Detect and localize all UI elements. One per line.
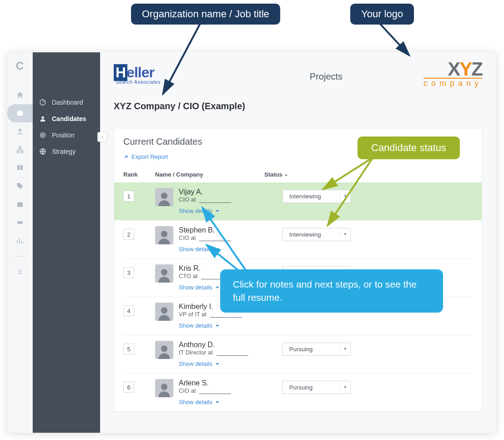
page-title: XYZ Company / CIO (Example) [114,101,482,111]
rank-badge: 2 [123,229,134,240]
svg-rect-11 [17,221,23,224]
sidebar-item-candidates[interactable]: Candidates [33,111,100,127]
rank-badge: 6 [123,382,134,393]
sidebar-item-dashboard[interactable]: Dashboard [33,94,100,111]
svg-rect-9 [21,151,23,153]
show-details-link[interactable]: Show details [179,399,220,405]
svg-point-14 [40,133,45,138]
user-circle-icon[interactable] [7,122,33,141]
sort-asc-icon [284,173,288,177]
person-icon [39,115,46,122]
chevron-down-icon [215,247,220,252]
briefcase-icon[interactable] [7,104,33,122]
calendar-icon[interactable] [7,195,33,213]
chart-icon[interactable] [7,232,33,250]
sidebar-label: Dashboard [52,99,83,106]
status-select[interactable]: Pursuing [282,343,351,356]
chevron-down-icon [215,285,220,290]
candidate-row: 5Anthony D.IT Director at Show details P… [123,335,473,373]
sidebar-label: Position [52,131,75,139]
collapse-sidebar-button[interactable]: ‹ [97,132,107,142]
candidate-title: IT Director at [179,349,282,356]
status-select[interactable]: Interviewing [282,190,351,203]
icon-sidebar: C [7,52,33,433]
svg-point-20 [161,308,167,314]
candidate-title: CIO at [179,234,282,241]
col-name[interactable]: Name / Company [155,171,264,178]
svg-point-17 [161,193,167,199]
col-rank[interactable]: Rank [123,171,155,178]
svg-line-1 [380,24,409,56]
show-details-link[interactable]: Show details [179,360,220,367]
main-content: Heller Search Associates Projects XYZ co… [100,52,496,433]
chevron-down-icon [215,400,220,405]
show-details-link[interactable]: Show details [179,246,220,253]
svg-point-13 [41,116,44,119]
show-details-link[interactable]: Show details [179,207,220,214]
candidate-row: 2Stephen B.CIO at Show details Interview… [123,220,473,258]
annotation-org-job: Organization name / Job title [131,4,280,25]
svg-point-22 [161,384,167,390]
candidate-name[interactable]: Stephen B. [179,226,282,234]
svg-point-6 [19,129,21,131]
home-icon[interactable] [7,86,33,104]
col-status[interactable]: Status [264,171,346,178]
org-tree-icon[interactable] [7,141,33,159]
avatar [155,303,173,321]
book-icon[interactable] [7,159,33,177]
sidebar-item-position[interactable]: Position [33,127,100,143]
avatar [155,264,173,283]
annotation-candidate-status: Candidate status [358,137,460,159]
expand-icon[interactable] [7,263,33,281]
svg-point-15 [42,134,44,136]
show-details-link[interactable]: Show details [179,322,220,329]
candidate-title: CIO at [179,387,282,394]
svg-point-19 [161,269,167,276]
rank-badge: 5 [123,344,134,354]
candidate-row: 6Arlene S.CIO at Show details Pursuing [123,373,473,411]
rank-badge: 3 [123,267,134,278]
card-icon[interactable] [7,213,33,232]
svg-rect-10 [17,202,23,207]
client-logo: XYZ company [423,61,482,88]
candidate-row: 1Vijay A.CIO at Show details Interviewin… [114,182,482,220]
app-window: C Dashboard Candidates Position Strategy [7,52,496,433]
table-header: Rank Name / Company Status [123,168,473,182]
breadcrumb: Projects [310,71,343,82]
svg-rect-7 [19,147,21,148]
chevron-down-icon [215,324,220,328]
avatar [155,188,173,206]
chevron-down-icon [215,362,220,366]
candidate-name[interactable]: Arlene S. [179,379,282,387]
export-report-link[interactable]: Export Report [123,153,168,160]
chevron-down-icon [215,209,220,213]
rank-badge: 4 [123,305,134,316]
candidate-name[interactable]: Anthony D. [179,341,282,349]
candidate-title: CIO at [179,196,282,203]
svg-point-18 [161,231,167,238]
brand-icon: C [16,60,24,72]
svg-rect-8 [17,151,19,153]
export-icon [123,154,129,160]
dashboard-icon [39,99,46,106]
sidebar-item-strategy[interactable]: Strategy [33,143,100,160]
show-details-link[interactable]: Show details [179,284,220,291]
status-select[interactable]: Pursuing [282,381,351,394]
annotation-your-logo: Your logo [350,4,414,25]
status-select[interactable]: Interviewing [282,228,351,241]
section-sidebar: Dashboard Candidates Position Strategy [33,52,100,433]
sidebar-label: Candidates [52,115,86,122]
globe-icon [39,148,46,155]
rank-badge: 1 [123,191,134,202]
target-icon [39,131,46,139]
svg-point-21 [161,346,167,352]
candidate-name[interactable]: Vijay A. [179,188,282,196]
avatar [155,379,173,397]
annotation-click-details: Click for notes and next steps, or to se… [220,269,443,313]
avatar [155,341,173,359]
tag-icon[interactable] [7,177,33,195]
sidebar-label: Strategy [52,148,76,155]
avatar [155,226,173,244]
firm-logo: Heller Search Associates [114,64,161,85]
